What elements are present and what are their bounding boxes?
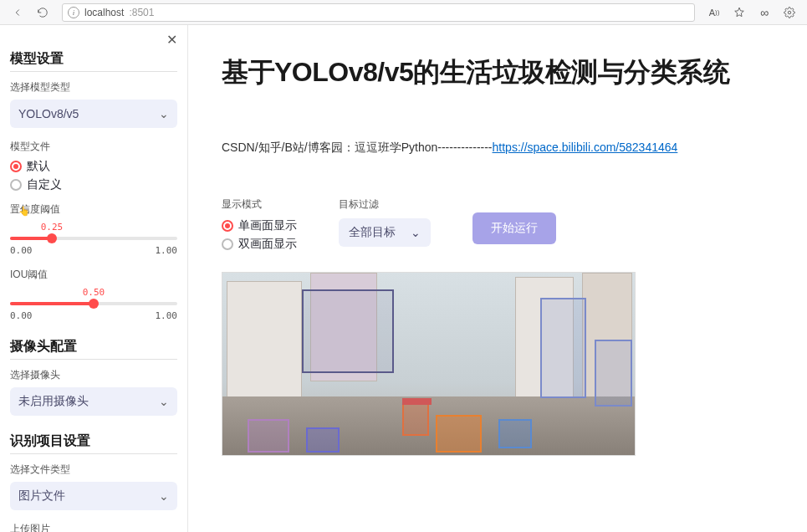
model-type-value: YOLOv8/v5 bbox=[18, 107, 79, 120]
read-aloud-icon[interactable]: A)) bbox=[703, 2, 725, 23]
favorite-icon[interactable] bbox=[728, 2, 750, 23]
upload-label: 上传图片 bbox=[10, 522, 177, 532]
camera-select-label: 选择摄像头 bbox=[10, 368, 177, 382]
model-file-option-default[interactable]: 默认 bbox=[10, 159, 177, 174]
url-port: :8501 bbox=[129, 7, 154, 18]
section-camera-header: 摄像头配置 bbox=[10, 338, 177, 356]
bilibili-link[interactable]: https://space.bilibili.com/582341464 bbox=[493, 141, 678, 154]
model-type-select[interactable]: YOLOv8/v5 ⌄ bbox=[10, 100, 177, 128]
iou-threshold-slider[interactable]: 0.50 0.00 1.00 bbox=[10, 287, 177, 321]
file-type-label: 选择文件类型 bbox=[10, 463, 177, 477]
section-project-header: 识别项目设置 bbox=[10, 432, 177, 450]
display-mode-double[interactable]: 双画面显示 bbox=[222, 237, 297, 252]
chevron-down-icon: ⌄ bbox=[159, 489, 169, 503]
model-type-label: 选择模型类型 bbox=[10, 80, 177, 95]
sidebar: ✕ 模型设置 选择模型类型 YOLOv8/v5 ⌄ 模型文件 默认 自定义 👆 … bbox=[0, 25, 188, 532]
radio-selected-icon bbox=[222, 220, 233, 232]
section-model-header: 模型设置 bbox=[10, 50, 177, 68]
chevron-down-icon: ⌄ bbox=[411, 226, 421, 239]
radio-selected-icon bbox=[10, 161, 22, 172]
chevron-down-icon: ⌄ bbox=[159, 395, 169, 408]
detection-image bbox=[222, 272, 636, 456]
infinity-icon[interactable]: ∞ bbox=[753, 2, 775, 23]
svg-point-0 bbox=[788, 11, 791, 14]
model-file-radio-group: 默认 自定义 👆 bbox=[10, 159, 177, 192]
conf-threshold-slider[interactable]: 0.25 0.00 1.00 bbox=[10, 222, 177, 256]
chevron-down-icon: ⌄ bbox=[159, 107, 169, 120]
display-mode-single[interactable]: 单画面显示 bbox=[222, 218, 297, 233]
slider-thumb[interactable] bbox=[47, 233, 57, 243]
site-info-icon[interactable]: i bbox=[68, 7, 79, 18]
slider-thumb[interactable] bbox=[89, 299, 99, 309]
iou-threshold-label: IOU阈值 bbox=[10, 268, 177, 282]
target-filter-label: 目标过滤 bbox=[339, 197, 431, 212]
browser-toolbar: i localhost:8501 A)) ∞ bbox=[0, 0, 807, 25]
target-filter-select[interactable]: 全部目标 ⌄ bbox=[339, 218, 431, 247]
back-button[interactable] bbox=[7, 2, 28, 23]
main-content: 基于YOLOv8/v5的生活垃圾检测与分类系统 CSDN/知乎/B站/博客园：逗… bbox=[188, 25, 807, 532]
url-host: localhost bbox=[84, 7, 124, 18]
model-file-option-custom[interactable]: 自定义 bbox=[10, 177, 177, 192]
close-sidebar-button[interactable]: ✕ bbox=[166, 32, 177, 48]
model-file-label: 模型文件 bbox=[10, 140, 177, 154]
display-mode-label: 显示模式 bbox=[222, 197, 297, 212]
camera-select[interactable]: 未启用摄像头 ⌄ bbox=[10, 387, 177, 416]
page-title: 基于YOLOv8/v5的生活垃圾检测与分类系统 bbox=[222, 55, 774, 90]
radio-unselected-icon bbox=[10, 179, 22, 191]
file-type-select[interactable]: 图片文件 ⌄ bbox=[10, 482, 177, 510]
run-button[interactable]: 开始运行 bbox=[472, 212, 556, 244]
settings-gear-icon[interactable] bbox=[779, 2, 800, 23]
refresh-button[interactable] bbox=[32, 2, 54, 23]
conf-threshold-label: 置信度阈值 bbox=[10, 202, 177, 217]
address-bar[interactable]: i localhost:8501 bbox=[62, 3, 695, 22]
byline: CSDN/知乎/B站/博客园：逗逗班学Python--------------h… bbox=[222, 141, 774, 156]
radio-unselected-icon bbox=[222, 238, 233, 250]
